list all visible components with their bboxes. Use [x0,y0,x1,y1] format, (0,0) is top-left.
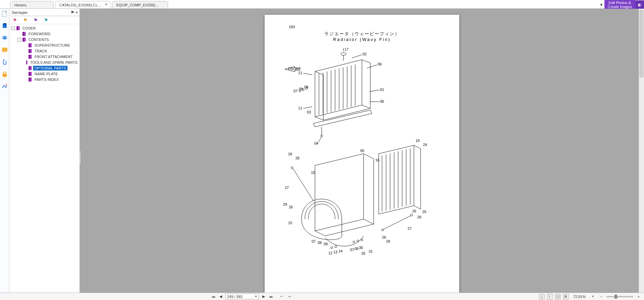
svg-text:08: 08 [318,241,322,245]
collapse-icon[interactable]: ⯈ [71,10,75,14]
svg-text:01: 01 [380,88,384,92]
tree-spacer [23,49,27,53]
zoom-in-button[interactable]: + [636,294,641,299]
bookmark-item[interactable]: -CONTENTS [10,37,79,42]
svg-line-40 [318,137,322,142]
attachment-icon[interactable] [2,59,8,65]
document-viewer[interactable]: 183 ラジエータ（ウェービーフィン） Radiator (Wavy Fin) … [80,9,644,293]
prev-page-button[interactable]: ◀ [218,294,223,299]
tab-label: EQUIP_COMP_EX200(... [116,3,158,7]
bookmark-icon [16,26,20,30]
view-single-icon[interactable]: ▯ [539,294,544,299]
tabs-dropdown-icon[interactable]: ▼ [598,0,604,9]
tree-spacer [23,44,27,47]
lock-icon[interactable] [2,71,8,77]
layers-icon[interactable] [2,35,8,41]
svg-text:12: 12 [328,251,332,255]
bookmark-label: OPTIONAL PARTS [33,66,67,70]
tree-spacer [17,32,21,36]
svg-text:29: 29 [283,202,287,206]
page-nav: ⏮ ◀ 249 / 383 ▼ ▶ ⏭ ⤺ ⤻ [211,294,292,299]
view-continuous-icon[interactable]: ⫴ [547,294,552,299]
bookmark-icon [29,66,32,70]
zoom-value: 72,91% [573,295,586,299]
bookmark-item[interactable]: FOREWORD [10,31,79,37]
last-page-button[interactable]: ⏭ [268,294,274,299]
bookmark-item[interactable]: FRONT ATTACHMENT [10,54,79,59]
next-page-button[interactable]: ▶ [261,294,266,299]
bookmark-item[interactable]: NAME-PLATE [10,71,79,77]
clipboard-icon[interactable] [2,23,8,29]
svg-text:04: 04 [314,141,318,145]
splitter-handle[interactable] [80,151,81,164]
zoom-handle[interactable] [614,295,617,299]
vertical-scrollbar[interactable] [639,9,644,293]
bookmark-label: CONTENTS [27,37,50,42]
bookmarks-title: Закладки [11,10,28,14]
svg-text:02: 02 [363,52,367,56]
tree-spacer [23,61,25,64]
tab-catalog[interactable]: CATALOG_EX200(LC).... ✕ [55,1,111,8]
bookmarks-tree: -COVERFOREWORD-CONTENTSSUPERSTRUCTURETRA… [9,24,79,293]
tab-label: CATALOG_EX200(LC).... [59,3,101,7]
flag-icon[interactable]: ⚑ [44,18,48,22]
svg-text:16: 16 [375,158,379,162]
zoom-slider[interactable] [606,296,633,297]
svg-text:30: 30 [359,246,363,250]
svg-line-52 [384,216,411,229]
page-icon[interactable] [2,11,8,17]
page-title-en: Radiator (Wavy Fin) [275,37,449,42]
tab-equip[interactable]: EQUIP_COMP_EX200(... [112,1,168,8]
collapse-icon[interactable]: - [11,27,15,30]
svg-line-32 [303,73,312,75]
hide-icon[interactable]: ◂ [75,10,77,14]
tree-spacer [23,78,27,82]
sign-icon[interactable] [2,83,8,89]
close-icon[interactable]: ✕ [105,2,108,7]
page-number: 183 [289,25,449,29]
svg-text:06: 06 [378,62,382,66]
first-page-button[interactable]: ⏮ [211,294,216,299]
note-icon[interactable] [2,47,8,53]
svg-point-15 [341,53,346,55]
nav-fwd-button[interactable]: ⤻ [286,294,292,299]
svg-point-57 [353,241,355,243]
svg-text:31: 31 [369,249,373,253]
bookmark-item[interactable]: TOOLS AND SPARE PARTS [10,60,79,65]
ad-logo-icon[interactable]: ◐ [635,0,644,9]
bookmark-item[interactable]: SUPERSTRUCTURE [10,43,79,48]
scrollbar-thumb[interactable] [640,10,643,77]
nav-back-button[interactable]: ⤺ [279,294,284,299]
tree-spacer [23,66,27,70]
view-cover-icon[interactable]: ⊞ [563,294,569,299]
svg-point-53 [411,214,413,216]
bookmark-label: TRACK [33,49,48,53]
ad-line1: Edit Photos & [608,1,632,5]
svg-text:18: 18 [416,139,420,143]
svg-text:28: 28 [417,215,421,219]
flag-icon[interactable]: ⚑ [34,18,38,22]
page-input[interactable]: 249 / 383 ▼ [225,294,259,299]
zoom-dropdown-icon[interactable]: ▼ [590,294,596,299]
side-rail [0,9,9,293]
ad-banner[interactable]: Edit Photos & Create Images [604,0,635,9]
svg-text:25: 25 [422,210,426,214]
svg-line-26 [367,65,377,68]
flag-icon[interactable]: ⚑ [23,18,28,22]
flag-icon[interactable]: ⚑ [13,18,17,22]
bookmark-icon [22,38,26,42]
tab-start[interactable]: Начать [10,1,54,8]
bookmark-label: SUPERSTRUCTURE [33,43,71,48]
bookmark-item[interactable]: -COVER [10,26,79,31]
view-facing-icon[interactable]: ▯▯ [555,294,560,299]
svg-text:05: 05 [360,149,364,153]
bookmark-item[interactable]: OPTIONAL PARTS [10,65,79,71]
bookmark-item[interactable]: TRACK [10,48,79,54]
bookmark-icon [26,60,28,64]
svg-text:28: 28 [288,152,292,156]
chevron-down-icon[interactable]: ▼ [255,295,257,298]
zoom-out-button[interactable]: − [598,294,604,299]
bookmark-label: FOREWORD [27,32,52,36]
collapse-icon[interactable]: - [17,38,21,42]
bookmark-item[interactable]: PARTS INDEX [10,77,79,82]
